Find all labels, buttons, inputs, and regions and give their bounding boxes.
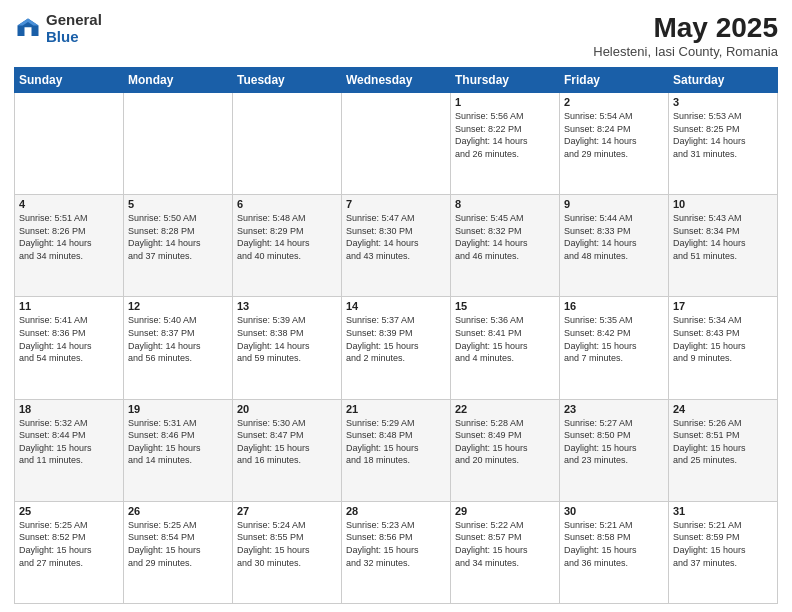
table-row: 31Sunrise: 5:21 AMSunset: 8:59 PMDayligh… — [669, 501, 778, 603]
table-row: 18Sunrise: 5:32 AMSunset: 8:44 PMDayligh… — [15, 399, 124, 501]
day-number-17: 17 — [673, 300, 773, 312]
day-info-9: Sunrise: 5:44 AMSunset: 8:33 PMDaylight:… — [564, 212, 664, 262]
table-row: 23Sunrise: 5:27 AMSunset: 8:50 PMDayligh… — [560, 399, 669, 501]
header-wednesday: Wednesday — [342, 68, 451, 93]
day-info-22: Sunrise: 5:28 AMSunset: 8:49 PMDaylight:… — [455, 417, 555, 467]
page: General Blue May 2025 Helesteni, Iasi Co… — [0, 0, 792, 612]
main-title: May 2025 — [593, 12, 778, 44]
table-row: 9Sunrise: 5:44 AMSunset: 8:33 PMDaylight… — [560, 195, 669, 297]
day-info-3: Sunrise: 5:53 AMSunset: 8:25 PMDaylight:… — [673, 110, 773, 160]
calendar: Sunday Monday Tuesday Wednesday Thursday… — [14, 67, 778, 604]
day-number-6: 6 — [237, 198, 337, 210]
day-info-14: Sunrise: 5:37 AMSunset: 8:39 PMDaylight:… — [346, 314, 446, 364]
day-number-9: 9 — [564, 198, 664, 210]
table-row: 1Sunrise: 5:56 AMSunset: 8:22 PMDaylight… — [451, 93, 560, 195]
subtitle: Helesteni, Iasi County, Romania — [593, 44, 778, 59]
day-number-14: 14 — [346, 300, 446, 312]
table-row: 16Sunrise: 5:35 AMSunset: 8:42 PMDayligh… — [560, 297, 669, 399]
table-row: 19Sunrise: 5:31 AMSunset: 8:46 PMDayligh… — [124, 399, 233, 501]
table-row: 8Sunrise: 5:45 AMSunset: 8:32 PMDaylight… — [451, 195, 560, 297]
day-number-4: 4 — [19, 198, 119, 210]
table-row: 20Sunrise: 5:30 AMSunset: 8:47 PMDayligh… — [233, 399, 342, 501]
week-row-1: 1Sunrise: 5:56 AMSunset: 8:22 PMDaylight… — [15, 93, 778, 195]
week-row-4: 18Sunrise: 5:32 AMSunset: 8:44 PMDayligh… — [15, 399, 778, 501]
day-info-12: Sunrise: 5:40 AMSunset: 8:37 PMDaylight:… — [128, 314, 228, 364]
header-friday: Friday — [560, 68, 669, 93]
logo-icon — [14, 15, 42, 43]
day-number-26: 26 — [128, 505, 228, 517]
day-info-18: Sunrise: 5:32 AMSunset: 8:44 PMDaylight:… — [19, 417, 119, 467]
table-row: 7Sunrise: 5:47 AMSunset: 8:30 PMDaylight… — [342, 195, 451, 297]
day-info-27: Sunrise: 5:24 AMSunset: 8:55 PMDaylight:… — [237, 519, 337, 569]
day-info-19: Sunrise: 5:31 AMSunset: 8:46 PMDaylight:… — [128, 417, 228, 467]
header-sunday: Sunday — [15, 68, 124, 93]
day-info-8: Sunrise: 5:45 AMSunset: 8:32 PMDaylight:… — [455, 212, 555, 262]
table-row — [124, 93, 233, 195]
day-info-30: Sunrise: 5:21 AMSunset: 8:58 PMDaylight:… — [564, 519, 664, 569]
day-number-30: 30 — [564, 505, 664, 517]
day-info-23: Sunrise: 5:27 AMSunset: 8:50 PMDaylight:… — [564, 417, 664, 467]
day-info-26: Sunrise: 5:25 AMSunset: 8:54 PMDaylight:… — [128, 519, 228, 569]
day-number-15: 15 — [455, 300, 555, 312]
logo: General Blue — [14, 12, 102, 45]
day-number-21: 21 — [346, 403, 446, 415]
day-number-8: 8 — [455, 198, 555, 210]
logo-general-text: General — [46, 12, 102, 29]
day-number-29: 29 — [455, 505, 555, 517]
day-number-23: 23 — [564, 403, 664, 415]
day-number-3: 3 — [673, 96, 773, 108]
table-row: 17Sunrise: 5:34 AMSunset: 8:43 PMDayligh… — [669, 297, 778, 399]
table-row: 22Sunrise: 5:28 AMSunset: 8:49 PMDayligh… — [451, 399, 560, 501]
day-number-18: 18 — [19, 403, 119, 415]
table-row: 25Sunrise: 5:25 AMSunset: 8:52 PMDayligh… — [15, 501, 124, 603]
table-row: 2Sunrise: 5:54 AMSunset: 8:24 PMDaylight… — [560, 93, 669, 195]
table-row: 27Sunrise: 5:24 AMSunset: 8:55 PMDayligh… — [233, 501, 342, 603]
table-row: 4Sunrise: 5:51 AMSunset: 8:26 PMDaylight… — [15, 195, 124, 297]
day-info-16: Sunrise: 5:35 AMSunset: 8:42 PMDaylight:… — [564, 314, 664, 364]
table-row: 24Sunrise: 5:26 AMSunset: 8:51 PMDayligh… — [669, 399, 778, 501]
day-number-28: 28 — [346, 505, 446, 517]
day-info-20: Sunrise: 5:30 AMSunset: 8:47 PMDaylight:… — [237, 417, 337, 467]
table-row: 10Sunrise: 5:43 AMSunset: 8:34 PMDayligh… — [669, 195, 778, 297]
week-row-2: 4Sunrise: 5:51 AMSunset: 8:26 PMDaylight… — [15, 195, 778, 297]
logo-text: General Blue — [46, 12, 102, 45]
day-info-10: Sunrise: 5:43 AMSunset: 8:34 PMDaylight:… — [673, 212, 773, 262]
week-row-3: 11Sunrise: 5:41 AMSunset: 8:36 PMDayligh… — [15, 297, 778, 399]
day-number-5: 5 — [128, 198, 228, 210]
day-number-20: 20 — [237, 403, 337, 415]
table-row: 21Sunrise: 5:29 AMSunset: 8:48 PMDayligh… — [342, 399, 451, 501]
day-info-15: Sunrise: 5:36 AMSunset: 8:41 PMDaylight:… — [455, 314, 555, 364]
table-row — [15, 93, 124, 195]
header-thursday: Thursday — [451, 68, 560, 93]
day-number-22: 22 — [455, 403, 555, 415]
day-number-7: 7 — [346, 198, 446, 210]
day-number-2: 2 — [564, 96, 664, 108]
day-info-31: Sunrise: 5:21 AMSunset: 8:59 PMDaylight:… — [673, 519, 773, 569]
day-info-5: Sunrise: 5:50 AMSunset: 8:28 PMDaylight:… — [128, 212, 228, 262]
day-number-19: 19 — [128, 403, 228, 415]
day-info-25: Sunrise: 5:25 AMSunset: 8:52 PMDaylight:… — [19, 519, 119, 569]
table-row — [342, 93, 451, 195]
table-row: 5Sunrise: 5:50 AMSunset: 8:28 PMDaylight… — [124, 195, 233, 297]
table-row: 29Sunrise: 5:22 AMSunset: 8:57 PMDayligh… — [451, 501, 560, 603]
day-number-31: 31 — [673, 505, 773, 517]
table-row: 15Sunrise: 5:36 AMSunset: 8:41 PMDayligh… — [451, 297, 560, 399]
day-number-27: 27 — [237, 505, 337, 517]
header-tuesday: Tuesday — [233, 68, 342, 93]
weekday-header-row: Sunday Monday Tuesday Wednesday Thursday… — [15, 68, 778, 93]
day-info-21: Sunrise: 5:29 AMSunset: 8:48 PMDaylight:… — [346, 417, 446, 467]
header-monday: Monday — [124, 68, 233, 93]
logo-blue-text: Blue — [46, 29, 102, 46]
day-info-7: Sunrise: 5:47 AMSunset: 8:30 PMDaylight:… — [346, 212, 446, 262]
day-number-12: 12 — [128, 300, 228, 312]
table-row: 3Sunrise: 5:53 AMSunset: 8:25 PMDaylight… — [669, 93, 778, 195]
day-info-6: Sunrise: 5:48 AMSunset: 8:29 PMDaylight:… — [237, 212, 337, 262]
table-row: 11Sunrise: 5:41 AMSunset: 8:36 PMDayligh… — [15, 297, 124, 399]
week-row-5: 25Sunrise: 5:25 AMSunset: 8:52 PMDayligh… — [15, 501, 778, 603]
table-row: 13Sunrise: 5:39 AMSunset: 8:38 PMDayligh… — [233, 297, 342, 399]
table-row — [233, 93, 342, 195]
header: General Blue May 2025 Helesteni, Iasi Co… — [14, 12, 778, 59]
day-info-4: Sunrise: 5:51 AMSunset: 8:26 PMDaylight:… — [19, 212, 119, 262]
table-row: 6Sunrise: 5:48 AMSunset: 8:29 PMDaylight… — [233, 195, 342, 297]
day-number-24: 24 — [673, 403, 773, 415]
